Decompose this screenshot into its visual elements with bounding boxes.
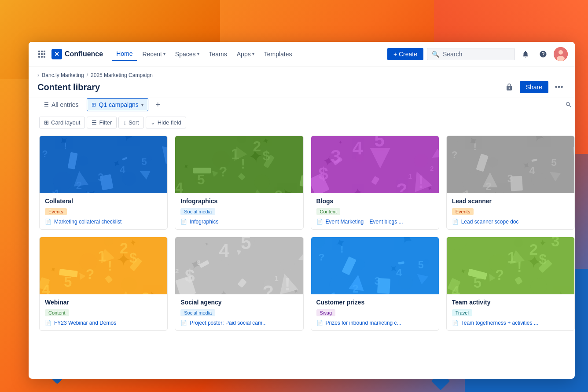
card-link-customer-prizes[interactable]: 📄 Prizes for inbound marketing c... bbox=[316, 320, 434, 326]
hide-field-button[interactable]: ⌄ Hide field bbox=[146, 117, 186, 128]
tab-all-entries[interactable]: ☰ All entries bbox=[39, 98, 83, 111]
create-button[interactable]: + Create bbox=[387, 48, 423, 60]
breadcrumb-marketing[interactable]: Banc.ly Marketing bbox=[42, 72, 84, 78]
filter-button[interactable]: ☰ Filter bbox=[87, 117, 117, 128]
svg-text:1: 1 bbox=[231, 146, 239, 162]
logo-text: Confluence bbox=[65, 50, 103, 58]
svg-text:4: 4 bbox=[396, 267, 402, 278]
notifications-button[interactable] bbox=[518, 47, 533, 61]
card-social-agency[interactable]: ✦✦✦✦12345?!$ Social agency Social media … bbox=[175, 237, 303, 331]
card-link-text-collateral: Marketing collateral checklist bbox=[54, 219, 121, 225]
avatar[interactable] bbox=[554, 47, 568, 61]
card-tag-blogs[interactable]: Content bbox=[316, 208, 341, 215]
svg-rect-3 bbox=[38, 53, 40, 55]
card-tag-webinar[interactable]: Content bbox=[45, 309, 69, 316]
card-link-lead-scanner[interactable]: 📄 Lead scanner scope doc bbox=[452, 219, 569, 225]
svg-text:$: $ bbox=[86, 191, 91, 193]
svg-text:!: ! bbox=[517, 259, 522, 275]
svg-point-64 bbox=[311, 138, 316, 143]
sort-button[interactable]: ↕ Sort bbox=[118, 117, 143, 128]
card-title-customer-prizes: Customer prizes bbox=[316, 299, 434, 306]
nav-teams[interactable]: Teams bbox=[205, 48, 232, 60]
svg-text:1: 1 bbox=[331, 290, 337, 294]
logo[interactable]: ✕ Confluence bbox=[51, 49, 103, 59]
card-infographics[interactable]: ✦✦✦✦12345?!$ Infographics Social media 📄… bbox=[175, 136, 303, 230]
card-body-webinar: Webinar Content 📄 FY23 Webinar and Demos bbox=[40, 294, 167, 330]
svg-point-11 bbox=[557, 56, 565, 61]
card-team-activity[interactable]: ✦✦✦✦12345?!$ Team activity Travel 📄 Team… bbox=[446, 237, 575, 331]
svg-point-42 bbox=[237, 136, 246, 143]
svg-text:1: 1 bbox=[463, 188, 470, 193]
svg-text:✦: ✦ bbox=[49, 265, 58, 274]
card-link-blogs[interactable]: 📄 Event Marketing – Event blogs ... bbox=[316, 219, 434, 225]
card-customer-prizes[interactable]: ✦✦✦✦12345?!$ Customer prizes Swag 📄 Priz… bbox=[311, 237, 439, 331]
breadcrumb-campaign[interactable]: 2025 Marketing Campaign bbox=[91, 72, 153, 78]
svg-marker-126 bbox=[77, 271, 85, 280]
share-button[interactable]: Share bbox=[520, 81, 548, 93]
search-box[interactable]: 🔍 Search bbox=[427, 48, 515, 60]
card-link-infographics[interactable]: 📄 Infographics bbox=[180, 219, 298, 225]
sort-icon: ↕ bbox=[123, 119, 126, 126]
card-body-team-activity: Team activity Travel 📄 Team togetherness… bbox=[447, 294, 574, 330]
svg-text:2: 2 bbox=[485, 180, 492, 192]
card-cover-webinar: ✦✦✦✦12345?!$ bbox=[40, 237, 167, 294]
svg-rect-5 bbox=[44, 53, 45, 55]
card-link-webinar[interactable]: 📄 FY23 Webinar and Demos bbox=[45, 320, 162, 326]
svg-marker-178 bbox=[433, 249, 439, 272]
nav-apps[interactable]: Apps ▾ bbox=[232, 48, 259, 60]
tab-search-icon[interactable] bbox=[562, 99, 575, 111]
hide-icon: ⌄ bbox=[151, 119, 155, 126]
card-tag-infographics[interactable]: Social media bbox=[180, 208, 215, 215]
card-link-social-agency[interactable]: 📄 Project poster: Paid social cam... bbox=[180, 320, 298, 326]
more-options-button[interactable]: ••• bbox=[552, 80, 566, 94]
card-body-customer-prizes: Customer prizes Swag 📄 Prizes for inboun… bbox=[311, 294, 439, 330]
svg-text:4: 4 bbox=[452, 283, 460, 294]
svg-text:✦: ✦ bbox=[204, 242, 210, 247]
card-link-collateral[interactable]: 📄 Marketing collateral checklist bbox=[45, 219, 162, 225]
svg-text:3: 3 bbox=[275, 187, 283, 193]
svg-text:?: ? bbox=[263, 282, 274, 294]
help-button[interactable] bbox=[536, 47, 550, 61]
nav-recent[interactable]: Recent ▾ bbox=[138, 48, 169, 60]
tabs-row: ☰ All entries ⊞ Q1 campaigns ▾ + bbox=[39, 98, 575, 111]
card-link-text-team-activity: Team togetherness + activities ... bbox=[461, 320, 538, 326]
svg-rect-2 bbox=[44, 51, 45, 52]
card-blogs[interactable]: ✦✦✦✦12345?!$ Blogs Content 📄 Event Marke… bbox=[311, 136, 439, 230]
card-tag-customer-prizes[interactable]: Swag bbox=[316, 309, 336, 316]
nav-templates[interactable]: Templates bbox=[260, 48, 297, 60]
card-tag-lead-scanner[interactable]: Events bbox=[452, 208, 474, 215]
tab-add-button[interactable]: + bbox=[152, 99, 164, 111]
svg-text:4: 4 bbox=[352, 138, 363, 158]
card-webinar[interactable]: ✦✦✦✦12345?!$ Webinar Content 📄 FY23 Webi… bbox=[39, 237, 168, 331]
nav-home[interactable]: Home bbox=[112, 48, 137, 61]
lock-icon[interactable] bbox=[502, 80, 516, 94]
card-tag-social-agency[interactable]: Social media bbox=[180, 309, 215, 316]
card-lead-scanner[interactable]: ✦✦✦✦12345?!$ Lead scanner Events 📄 Lead … bbox=[446, 136, 575, 230]
grid-icon[interactable] bbox=[36, 48, 48, 60]
layout-button[interactable]: ⊞ Card layout bbox=[39, 117, 85, 128]
svg-text:?: ? bbox=[318, 252, 324, 263]
svg-text:!: ! bbox=[64, 140, 67, 150]
card-tag-team-activity[interactable]: Travel bbox=[452, 309, 472, 316]
recent-chevron: ▾ bbox=[163, 51, 165, 56]
svg-rect-43 bbox=[300, 175, 303, 187]
svg-text:!: ! bbox=[241, 156, 245, 172]
svg-text:✦: ✦ bbox=[538, 239, 548, 247]
card-link-team-activity[interactable]: 📄 Team togetherness + activities ... bbox=[452, 320, 569, 326]
tab-q1-icon: ⊞ bbox=[92, 102, 96, 108]
card-link-icon-infographics: 📄 bbox=[180, 219, 187, 225]
card-tag-collateral[interactable]: Events bbox=[45, 208, 67, 215]
nav-links: Home Recent ▾ Spaces ▾ Teams Apps ▾ Temp… bbox=[112, 48, 384, 61]
sidebar-collapse-icon[interactable]: › bbox=[37, 72, 39, 78]
svg-text:✦: ✦ bbox=[128, 238, 139, 247]
svg-text:5: 5 bbox=[374, 136, 384, 150]
svg-text:✦: ✦ bbox=[337, 140, 343, 144]
card-title-webinar: Webinar bbox=[45, 299, 162, 306]
card-collateral[interactable]: ✦✦✦✦12345?!$ Collateral Events 📄 Marketi… bbox=[39, 136, 168, 230]
nav-spaces[interactable]: Spaces ▾ bbox=[171, 48, 204, 60]
tab-q1-campaigns[interactable]: ⊞ Q1 campaigns ▾ bbox=[87, 98, 148, 111]
tab-q1-label: Q1 campaigns bbox=[99, 101, 138, 108]
svg-text:✦: ✦ bbox=[182, 162, 191, 171]
card-cover-collateral: ✦✦✦✦12345?!$ bbox=[40, 136, 167, 193]
card-title-lead-scanner: Lead scanner bbox=[452, 198, 569, 205]
